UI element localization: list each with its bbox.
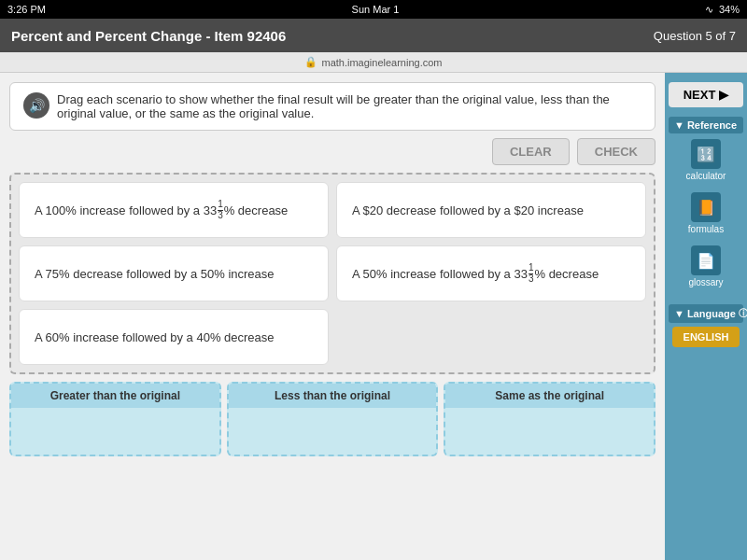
language-section: ▼ Language ⓘ ENGLISH <box>665 301 747 355</box>
content-area: 🔊 Drag each scenario to show whether the… <box>0 73 665 560</box>
drop-zone-same-label: Same as the original <box>445 384 654 408</box>
scenario-card-1[interactable]: A 100% increase followed by a 3313% decr… <box>19 182 329 238</box>
language-info-icon: ⓘ <box>739 307 747 320</box>
drop-zone-same[interactable]: Same as the original <box>444 382 655 456</box>
english-button[interactable]: ENGLISH <box>672 327 740 347</box>
drop-zones: Greater than the original Less than the … <box>9 382 655 456</box>
next-label: NEXT <box>684 88 716 102</box>
url-text: math.imaginelearning.com <box>321 57 442 68</box>
url-bar: 🔒 math.imaginelearning.com <box>0 52 747 73</box>
sidebar-item-formulas[interactable]: 📙 formulas <box>669 187 743 240</box>
status-bar: 3:26 PM Sun Mar 1 ∿ 34% <box>0 0 747 19</box>
clear-button[interactable]: CLEAR <box>492 138 570 165</box>
scenario-card-5[interactable]: A 60% increase followed by a 40% decreas… <box>19 309 329 365</box>
status-time: 3:26 PM <box>7 4 46 15</box>
question-info: Question 5 of 7 <box>654 29 736 43</box>
scenario-card-4[interactable]: A 50% increase followed by a 3313% decre… <box>336 245 646 301</box>
instruction-box: 🔊 Drag each scenario to show whether the… <box>9 82 655 131</box>
drop-zone-less[interactable]: Less than the original <box>227 382 439 456</box>
language-label: Language <box>687 308 736 319</box>
drop-zone-less-body <box>229 408 437 455</box>
calculator-icon: 🔢 <box>691 139 721 169</box>
triangle-icon: ▼ <box>674 119 684 131</box>
drop-zone-greater-body <box>11 408 219 455</box>
lock-icon: 🔒 <box>304 56 317 68</box>
battery-indicator: 34% <box>719 4 740 15</box>
wifi-icon: ∿ <box>705 4 713 16</box>
drag-area: A 100% increase followed by a 3313% decr… <box>9 173 655 374</box>
sound-button[interactable]: 🔊 <box>23 92 49 119</box>
next-button[interactable]: NEXT ▶ <box>669 82 743 107</box>
instruction-text: Drag each scenario to show whether the f… <box>57 92 641 120</box>
scenario-card-3[interactable]: A 75% decrease followed by a 50% increas… <box>19 245 329 301</box>
reference-section: ▼ Reference 🔢 calculator 📙 formulas 📄 gl… <box>665 113 747 297</box>
calculator-label: calculator <box>686 171 726 181</box>
drop-zone-less-label: Less than the original <box>229 384 437 408</box>
formulas-icon: 📙 <box>691 192 721 222</box>
glossary-label: glossary <box>688 277 723 287</box>
status-date: Sun Mar 1 <box>352 4 400 15</box>
formulas-label: formulas <box>688 224 724 234</box>
sidebar-item-calculator[interactable]: 🔢 calculator <box>669 133 743 187</box>
next-arrow-icon: ▶ <box>719 88 728 102</box>
sidebar: NEXT ▶ ▼ Reference 🔢 calculator 📙 formul… <box>665 73 747 560</box>
drop-zone-greater[interactable]: Greater than the original <box>9 382 221 456</box>
language-header[interactable]: ▼ Language ⓘ <box>669 304 743 323</box>
reference-label: Reference <box>687 119 737 131</box>
top-header: Percent and Percent Change - Item 92406 … <box>0 19 747 52</box>
drop-zone-greater-label: Greater than the original <box>11 384 219 408</box>
glossary-icon: 📄 <box>691 245 721 275</box>
reference-header[interactable]: ▼ Reference <box>669 117 743 133</box>
sidebar-item-glossary[interactable]: 📄 glossary <box>669 240 743 293</box>
buttons-row: CLEAR CHECK <box>9 138 655 165</box>
drop-zone-same-body <box>445 408 654 455</box>
language-triangle-icon: ▼ <box>674 308 684 319</box>
check-button[interactable]: CHECK <box>577 138 655 165</box>
page-title: Percent and Percent Change - Item 92406 <box>11 28 286 44</box>
scenario-card-2[interactable]: A $20 decrease followed by a $20 increas… <box>336 182 646 238</box>
